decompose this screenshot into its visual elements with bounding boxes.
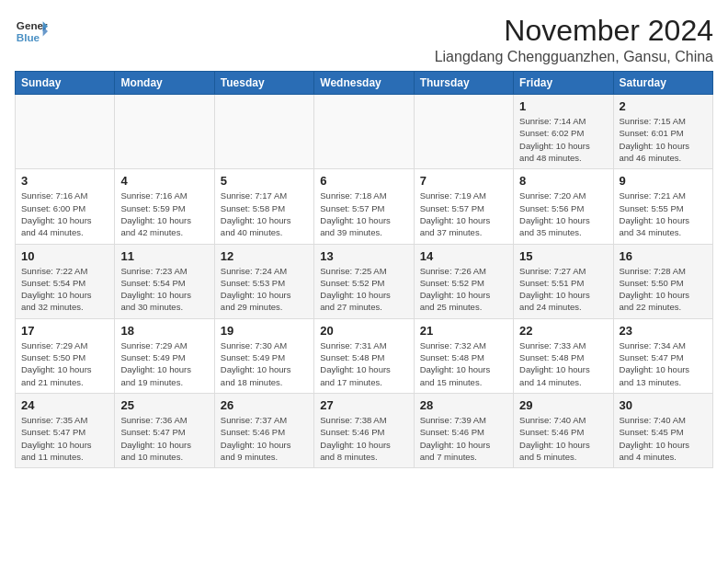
- day-info: Sunrise: 7:20 AM Sunset: 5:56 PM Dayligh…: [519, 190, 607, 238]
- calendar-cell: 20Sunrise: 7:31 AM Sunset: 5:48 PM Dayli…: [314, 318, 414, 393]
- logo-icon: General Blue: [15, 15, 48, 48]
- day-number: 4: [120, 174, 208, 188]
- day-info: Sunrise: 7:36 AM Sunset: 5:47 PM Dayligh…: [120, 414, 208, 463]
- page-header: General Blue November 2024 Liangdang Che…: [15, 15, 713, 65]
- day-number: 16: [620, 249, 707, 263]
- calendar-cell: 6Sunrise: 7:18 AM Sunset: 5:57 PM Daylig…: [314, 169, 414, 244]
- calendar-cell: 14Sunrise: 7:26 AM Sunset: 5:52 PM Dayli…: [414, 244, 513, 318]
- day-number: 5: [221, 174, 308, 188]
- calendar-cell: [314, 95, 414, 169]
- month-title: November 2024: [435, 15, 713, 47]
- day-number: 13: [320, 249, 407, 263]
- calendar-cell: [214, 95, 313, 169]
- location-subtitle: Liangdang Chengguanzhen, Gansu, China: [435, 49, 713, 65]
- weekday-header-tuesday: Tuesday: [214, 72, 313, 95]
- calendar-cell: 19Sunrise: 7:30 AM Sunset: 5:49 PM Dayli…: [214, 318, 313, 393]
- calendar-cell: 23Sunrise: 7:34 AM Sunset: 5:47 PM Dayli…: [613, 318, 712, 393]
- day-number: 19: [221, 324, 308, 338]
- day-info: Sunrise: 7:14 AM Sunset: 6:02 PM Dayligh…: [519, 115, 607, 164]
- svg-text:Blue: Blue: [17, 31, 40, 43]
- calendar-week-3: 10Sunrise: 7:22 AM Sunset: 5:54 PM Dayli…: [16, 244, 713, 318]
- calendar-cell: [16, 95, 115, 169]
- day-info: Sunrise: 7:25 AM Sunset: 5:52 PM Dayligh…: [320, 265, 407, 314]
- calendar-week-1: 1Sunrise: 7:14 AM Sunset: 6:02 PM Daylig…: [16, 95, 713, 169]
- day-info: Sunrise: 7:15 AM Sunset: 6:01 PM Dayligh…: [620, 115, 707, 164]
- calendar-cell: 10Sunrise: 7:22 AM Sunset: 5:54 PM Dayli…: [16, 244, 115, 318]
- day-number: 21: [420, 324, 507, 338]
- day-number: 11: [120, 249, 208, 263]
- day-info: Sunrise: 7:40 AM Sunset: 5:46 PM Dayligh…: [519, 414, 607, 463]
- calendar-cell: 13Sunrise: 7:25 AM Sunset: 5:52 PM Dayli…: [314, 244, 414, 318]
- day-info: Sunrise: 7:40 AM Sunset: 5:45 PM Dayligh…: [620, 414, 707, 463]
- weekday-header-saturday: Saturday: [613, 72, 712, 95]
- day-info: Sunrise: 7:31 AM Sunset: 5:48 PM Dayligh…: [320, 339, 407, 388]
- logo: General Blue: [15, 15, 48, 48]
- day-number: 6: [320, 174, 407, 188]
- day-number: 9: [620, 174, 707, 188]
- calendar-cell: 27Sunrise: 7:38 AM Sunset: 5:46 PM Dayli…: [314, 393, 414, 467]
- day-info: Sunrise: 7:18 AM Sunset: 5:57 PM Dayligh…: [320, 190, 407, 238]
- title-block: November 2024 Liangdang Chengguanzhen, G…: [435, 15, 713, 65]
- calendar-header: SundayMondayTuesdayWednesdayThursdayFrid…: [16, 72, 713, 95]
- day-number: 7: [420, 174, 507, 188]
- calendar-cell: 8Sunrise: 7:20 AM Sunset: 5:56 PM Daylig…: [514, 169, 613, 244]
- calendar-cell: 5Sunrise: 7:17 AM Sunset: 5:58 PM Daylig…: [214, 169, 313, 244]
- calendar-cell: 12Sunrise: 7:24 AM Sunset: 5:53 PM Dayli…: [214, 244, 313, 318]
- calendar-cell: 30Sunrise: 7:40 AM Sunset: 5:45 PM Dayli…: [613, 393, 712, 467]
- calendar-cell: 2Sunrise: 7:15 AM Sunset: 6:01 PM Daylig…: [613, 95, 712, 169]
- calendar-cell: 18Sunrise: 7:29 AM Sunset: 5:49 PM Dayli…: [115, 318, 214, 393]
- calendar-cell: 26Sunrise: 7:37 AM Sunset: 5:46 PM Dayli…: [214, 393, 313, 467]
- calendar-cell: 7Sunrise: 7:19 AM Sunset: 5:57 PM Daylig…: [414, 169, 513, 244]
- day-info: Sunrise: 7:16 AM Sunset: 6:00 PM Dayligh…: [21, 190, 108, 238]
- day-info: Sunrise: 7:30 AM Sunset: 5:49 PM Dayligh…: [221, 339, 308, 388]
- calendar-week-4: 17Sunrise: 7:29 AM Sunset: 5:50 PM Dayli…: [16, 318, 713, 393]
- calendar-cell: 21Sunrise: 7:32 AM Sunset: 5:48 PM Dayli…: [414, 318, 513, 393]
- day-number: 18: [120, 324, 208, 338]
- day-info: Sunrise: 7:28 AM Sunset: 5:50 PM Dayligh…: [620, 265, 707, 314]
- calendar-cell: 17Sunrise: 7:29 AM Sunset: 5:50 PM Dayli…: [16, 318, 115, 393]
- day-info: Sunrise: 7:23 AM Sunset: 5:54 PM Dayligh…: [120, 265, 208, 314]
- calendar-table: SundayMondayTuesdayWednesdayThursdayFrid…: [15, 71, 713, 468]
- weekday-header-thursday: Thursday: [414, 72, 513, 95]
- day-number: 2: [620, 99, 707, 113]
- day-info: Sunrise: 7:33 AM Sunset: 5:48 PM Dayligh…: [519, 339, 607, 388]
- day-number: 28: [420, 398, 507, 412]
- day-info: Sunrise: 7:34 AM Sunset: 5:47 PM Dayligh…: [620, 339, 707, 388]
- day-number: 14: [420, 249, 507, 263]
- day-number: 30: [620, 398, 707, 412]
- day-info: Sunrise: 7:19 AM Sunset: 5:57 PM Dayligh…: [420, 190, 507, 238]
- calendar-cell: 15Sunrise: 7:27 AM Sunset: 5:51 PM Dayli…: [514, 244, 613, 318]
- day-number: 8: [519, 174, 607, 188]
- day-info: Sunrise: 7:27 AM Sunset: 5:51 PM Dayligh…: [519, 265, 607, 314]
- calendar-cell: 9Sunrise: 7:21 AM Sunset: 5:55 PM Daylig…: [613, 169, 712, 244]
- calendar-cell: [115, 95, 214, 169]
- calendar-cell: [414, 95, 513, 169]
- calendar-cell: 24Sunrise: 7:35 AM Sunset: 5:47 PM Dayli…: [16, 393, 115, 467]
- day-number: 27: [320, 398, 407, 412]
- day-number: 1: [519, 99, 607, 113]
- calendar-cell: 25Sunrise: 7:36 AM Sunset: 5:47 PM Dayli…: [115, 393, 214, 467]
- day-number: 26: [221, 398, 308, 412]
- calendar-cell: 16Sunrise: 7:28 AM Sunset: 5:50 PM Dayli…: [613, 244, 712, 318]
- weekday-header-wednesday: Wednesday: [314, 72, 414, 95]
- calendar-week-2: 3Sunrise: 7:16 AM Sunset: 6:00 PM Daylig…: [16, 169, 713, 244]
- weekday-header-row: SundayMondayTuesdayWednesdayThursdayFrid…: [16, 72, 713, 95]
- calendar-body: 1Sunrise: 7:14 AM Sunset: 6:02 PM Daylig…: [16, 95, 713, 468]
- weekday-header-monday: Monday: [115, 72, 214, 95]
- day-number: 22: [519, 324, 607, 338]
- calendar-cell: 22Sunrise: 7:33 AM Sunset: 5:48 PM Dayli…: [514, 318, 613, 393]
- day-info: Sunrise: 7:17 AM Sunset: 5:58 PM Dayligh…: [221, 190, 308, 238]
- calendar-cell: 11Sunrise: 7:23 AM Sunset: 5:54 PM Dayli…: [115, 244, 214, 318]
- weekday-header-friday: Friday: [514, 72, 613, 95]
- calendar-week-5: 24Sunrise: 7:35 AM Sunset: 5:47 PM Dayli…: [16, 393, 713, 467]
- day-number: 29: [519, 398, 607, 412]
- day-number: 17: [21, 324, 108, 338]
- day-info: Sunrise: 7:26 AM Sunset: 5:52 PM Dayligh…: [420, 265, 507, 314]
- day-info: Sunrise: 7:29 AM Sunset: 5:49 PM Dayligh…: [120, 339, 208, 388]
- day-number: 12: [221, 249, 308, 263]
- day-number: 20: [320, 324, 407, 338]
- day-number: 23: [620, 324, 707, 338]
- calendar-cell: 3Sunrise: 7:16 AM Sunset: 6:00 PM Daylig…: [16, 169, 115, 244]
- weekday-header-sunday: Sunday: [16, 72, 115, 95]
- day-info: Sunrise: 7:35 AM Sunset: 5:47 PM Dayligh…: [21, 414, 108, 463]
